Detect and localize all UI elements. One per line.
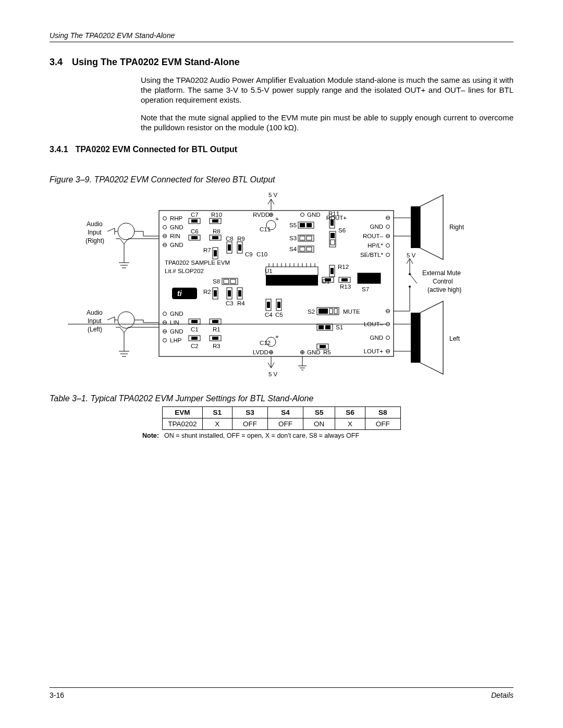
label-s1: S1: [336, 324, 343, 330]
label-c4: C4: [265, 312, 273, 318]
svg-point-135: [118, 312, 134, 328]
label-r9: R9: [237, 236, 245, 242]
label-c11: C11: [260, 226, 271, 232]
label-mute: MUTE: [343, 309, 360, 315]
label-rhp: RHP: [170, 215, 183, 221]
paragraph: Note that the mute signal applied to the…: [141, 113, 513, 132]
svg-point-25: [301, 213, 304, 216]
page-number: 3-16: [50, 691, 64, 699]
th-s1: S1: [202, 406, 232, 418]
label-c12: C12: [260, 340, 271, 346]
label-active-high: (active high): [427, 286, 461, 293]
svg-point-46: [386, 243, 390, 247]
label-s7: S7: [362, 286, 369, 292]
svg-rect-62: [172, 288, 197, 299]
subsection-number: 3.4.1: [50, 145, 68, 154]
running-header: Using The TPA0202 EVM Stand-Alone: [50, 31, 513, 42]
label-c6: C6: [191, 228, 199, 235]
svg-rect-101: [191, 337, 198, 340]
svg-point-43: [386, 225, 390, 228]
label-left-speaker: Left: [449, 335, 460, 342]
svg-marker-155: [420, 301, 443, 374]
label-plus: +: [275, 334, 279, 340]
td-s6: X: [335, 418, 365, 429]
label-ext-mute: External Mute: [422, 269, 461, 277]
table-header-row: EVM S1 S3 S4 S5 S6 S8: [163, 406, 401, 418]
svg-rect-72: [238, 290, 241, 297]
svg-rect-13: [191, 236, 198, 239]
table-row: TPA0202 X OFF OFF ON X OFF: [163, 418, 401, 429]
svg-line-158: [410, 274, 417, 283]
label-lvdd: LVDD: [253, 349, 268, 355]
section-3-4-heading: 3.4Using The TPA0202 EVM Stand-Alone: [50, 57, 513, 68]
note-label: Note:: [142, 432, 159, 439]
label-r7: R7: [203, 247, 211, 253]
table-caption: Table 3–1. Typical TPA0202 EVM Jumper Se…: [50, 394, 513, 403]
svg-point-47: [386, 253, 390, 256]
svg-point-118: [386, 336, 390, 339]
label-r12: R12: [338, 264, 349, 270]
label-control: Control: [433, 278, 453, 285]
svg-rect-21: [214, 250, 217, 256]
label-c5: C5: [275, 312, 283, 318]
label-right: (Right): [85, 237, 104, 244]
section-number: 3.4: [50, 57, 63, 67]
td-s1: X: [202, 418, 232, 429]
svg-rect-39: [331, 233, 335, 238]
svg-rect-65: [224, 279, 229, 283]
label-s6: S6: [338, 227, 346, 233]
svg-rect-78: [341, 278, 348, 281]
label-gnd: GND: [370, 335, 383, 341]
td-s8: OFF: [365, 418, 400, 429]
subsection-title: TPA0202 EVM Connected for BTL Output: [76, 145, 238, 154]
svg-rect-28: [300, 223, 305, 227]
label-r4: R4: [237, 300, 245, 306]
paragraph: Using the TPA0202 Audio Power Amplifier …: [141, 75, 513, 105]
label-gnd: GND: [307, 349, 321, 355]
label-rvdd: RVDD: [253, 212, 270, 218]
label-5v-right: 5 V: [407, 252, 416, 258]
label-gnd: GND: [370, 224, 383, 230]
svg-rect-11: [212, 219, 218, 223]
label-r8: R8: [213, 228, 221, 235]
svg-rect-68: [214, 290, 217, 297]
label-gnd: GND: [170, 328, 183, 335]
label-left: (Left): [88, 326, 102, 333]
svg-point-2: [163, 216, 167, 220]
svg-rect-17: [228, 244, 231, 251]
svg-rect-114: [319, 325, 324, 329]
label-s8: S8: [213, 278, 220, 285]
label-r10: R10: [211, 212, 222, 218]
label-sebtl: SE/BTL*: [360, 252, 384, 258]
svg-rect-40: [331, 240, 335, 245]
th-evm: EVM: [163, 406, 202, 418]
label-c8: C8: [226, 236, 234, 242]
th-s4: S4: [268, 406, 303, 418]
svg-rect-86: [329, 309, 333, 314]
figure-caption: Figure 3–9. TPA0202 EVM Connected for St…: [50, 175, 513, 184]
svg-rect-83: [277, 302, 280, 308]
svg-rect-76: [325, 278, 331, 281]
label-gnd: GND: [170, 311, 183, 317]
label-audio: Audio: [87, 309, 103, 316]
svg-rect-9: [191, 219, 198, 223]
svg-rect-19: [238, 244, 241, 251]
label-c7: C7: [191, 212, 199, 218]
td-s4: OFF: [268, 418, 303, 429]
section-title: Using The TPA0202 EVM Stand-Alone: [72, 57, 240, 67]
table-note: Note:ON = shunt installed, OFF = open, X…: [50, 432, 513, 439]
svg-rect-31: [300, 236, 305, 240]
label-s4: S4: [289, 246, 297, 252]
page-footer: 3-16 Details: [50, 687, 513, 699]
label-sample-evm: TPA0202 SAMPLE EVM: [165, 260, 230, 266]
svg-rect-15: [212, 236, 218, 239]
svg-point-126: [118, 223, 134, 240]
label-input: Input: [88, 317, 102, 325]
label-lhp: LHP: [170, 337, 182, 343]
svg-rect-112: [320, 345, 326, 348]
page: Using The TPA0202 EVM Stand-Alone 3.4Usi…: [0, 0, 563, 728]
svg-rect-66: [230, 279, 236, 283]
label-5v-top: 5 V: [268, 192, 278, 198]
svg-rect-85: [319, 309, 328, 314]
label-5v-bottom: 5 V: [268, 371, 278, 377]
